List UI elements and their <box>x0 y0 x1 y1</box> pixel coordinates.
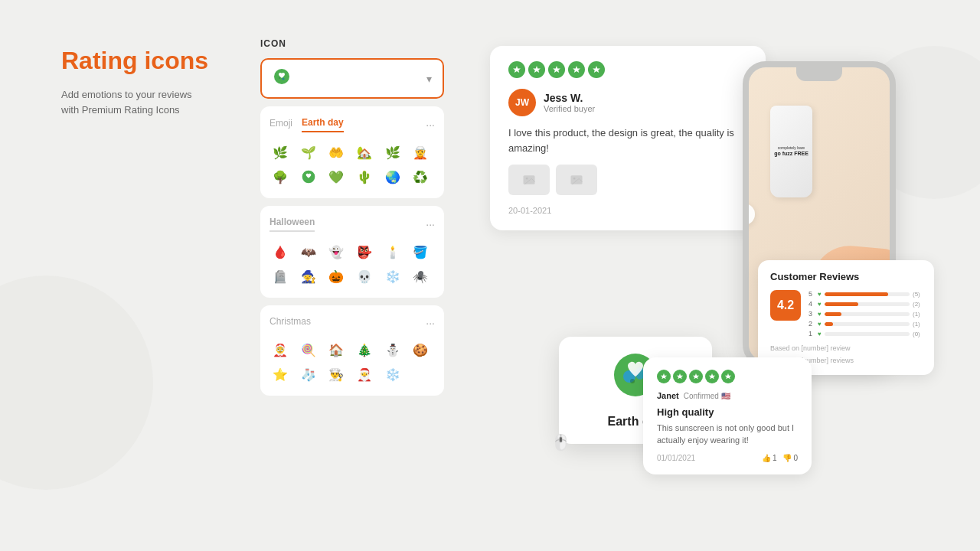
emoji-4[interactable]: 🏡 <box>354 142 375 163</box>
halloween-section: Halloween ··· 🩸 🦇 👻 👺 🕯️ 🪣 🪦 🧙 🎃 💀 ❄️ 🕷️ <box>260 206 444 298</box>
janet-name: Janet <box>657 391 679 400</box>
cr-count-3: (1) <box>913 311 922 318</box>
xmas-2[interactable]: 🍭 <box>298 339 319 360</box>
page-subtitle: Add emotions to your reviewswith Premium… <box>61 87 230 117</box>
cr-label-1: 1 <box>808 330 815 337</box>
christmas-nav: Christmas ··· <box>270 316 435 330</box>
main-review-card: JW Jess W. Verified buyer I love this pr… <box>490 46 766 230</box>
star-1 <box>508 61 525 78</box>
star-5 <box>588 61 605 78</box>
emoji-1[interactable]: 🌿 <box>270 142 291 163</box>
halloween-1[interactable]: 🩸 <box>270 241 291 262</box>
tab-more-icon[interactable]: ··· <box>426 119 435 131</box>
cr-fill-4 <box>825 302 859 306</box>
tab-nav: Emoji Earth day ··· <box>270 117 435 132</box>
review-date: 20-01-2021 <box>508 206 747 215</box>
svg-point-1 <box>279 77 280 79</box>
halloween-5[interactable]: 🕯️ <box>382 241 403 262</box>
halloween-3[interactable]: 👻 <box>325 241 347 262</box>
selected-icon <box>273 67 291 90</box>
reviewer-name: Jess W. <box>544 92 595 104</box>
svg-point-11 <box>630 379 635 383</box>
emoji-9[interactable]: 💚 <box>325 166 347 187</box>
cr-fill-5 <box>825 292 888 296</box>
cr-bar-3: 3 ♥ (1) <box>808 310 922 318</box>
right-panel: JW Jess W. Verified buyer I love this pr… <box>475 46 934 490</box>
halloween-8[interactable]: 🧙 <box>298 266 319 287</box>
christmas-emoji-grid: 🤶 🍭 🏠 🎄 ⛄ 🍪 ⭐ 🧦 👨‍🍳 🎅 ❄️ <box>270 339 435 385</box>
xmas-1[interactable]: 🤶 <box>270 339 291 360</box>
janet-star-4 <box>705 370 719 383</box>
cr-footer1: Based on [number] review <box>770 344 922 352</box>
christmas-section: Christmas ··· 🤶 🍭 🏠 🎄 ⛄ 🍪 ⭐ 🧦 👨‍🍳 🎅 ❄️ <box>260 305 444 396</box>
review-thumb-1[interactable] <box>508 165 550 195</box>
xmas-10[interactable]: 🎅 <box>354 364 375 385</box>
cr-label-4: 4 <box>808 300 815 308</box>
cr-icon-5: ♥ <box>818 291 822 298</box>
page-title: Rating icons <box>61 46 230 75</box>
cr-count-5: (5) <box>913 291 922 298</box>
halloween-6[interactable]: 🪣 <box>410 241 431 262</box>
halloween-7[interactable]: 🪦 <box>270 266 291 287</box>
cr-icon-4: ♥ <box>818 301 822 308</box>
cr-icon-3: ♥ <box>818 311 822 318</box>
cr-icon-2: ♥ <box>818 321 822 328</box>
halloween-nav: Halloween ··· <box>270 217 435 232</box>
janet-stars <box>657 370 798 383</box>
halloween-more-icon[interactable]: ··· <box>426 218 435 230</box>
halloween-emoji-grid: 🩸 🦇 👻 👺 🕯️ 🪣 🪦 🧙 🎃 💀 ❄️ 🕷️ <box>270 241 435 287</box>
emoji-11[interactable]: 🌏 <box>382 166 403 187</box>
cr-track-4 <box>825 302 910 306</box>
halloween-label: Halloween <box>270 217 315 232</box>
upvote-button[interactable]: 👍 1 <box>762 454 777 462</box>
xmas-4[interactable]: 🎄 <box>354 339 375 360</box>
halloween-12[interactable]: 🕷️ <box>410 266 431 287</box>
emoji-3[interactable]: 🤲 <box>325 142 347 163</box>
cr-bar-5: 5 ♥ (5) <box>808 290 922 298</box>
downvote-button[interactable]: 👎 0 <box>782 454 798 462</box>
cr-track-1 <box>825 332 910 336</box>
janet-badge: Confirmed 🇺🇸 <box>684 392 730 400</box>
review-thumb-2[interactable] <box>556 165 597 195</box>
xmas-6[interactable]: 🍪 <box>410 339 431 360</box>
tab-earth-day[interactable]: Earth day <box>302 117 344 132</box>
cr-bar-4: 4 ♥ (2) <box>808 300 922 308</box>
cr-count-2: (1) <box>913 321 922 328</box>
cr-track-5 <box>825 292 910 296</box>
tab-emoji[interactable]: Emoji <box>270 118 292 132</box>
cr-fill-3 <box>825 312 841 316</box>
janet-footer: 01/01/2021 👍 1 👎 0 <box>657 454 798 462</box>
cursor-icon: 🖱️ <box>551 433 570 452</box>
emoji-5[interactable]: 🌿 <box>382 142 403 163</box>
halloween-9[interactable]: 🎃 <box>325 266 347 287</box>
earth-day-section: Emoji Earth day ··· 🌿 🌱 🤲 🏡 🌿 🧝 🌳 💚 🌵 🌏 … <box>260 106 444 198</box>
emoji-8[interactable] <box>298 166 319 187</box>
product-tube: completely bare go fuzz FREE <box>770 106 812 197</box>
emoji-12[interactable]: ♻️ <box>410 166 431 187</box>
section-label: ICON <box>260 38 444 49</box>
emoji-2[interactable]: 🌱 <box>298 142 319 163</box>
reviewer-avatar: JW <box>508 89 536 116</box>
cr-track-2 <box>825 322 910 326</box>
emoji-6[interactable]: 🧝 <box>410 142 431 163</box>
halloween-2[interactable]: 🦇 <box>298 241 319 262</box>
xmas-3[interactable]: 🏠 <box>325 339 347 360</box>
star-4 <box>568 61 585 78</box>
xmas-8[interactable]: 🧦 <box>298 364 319 385</box>
janet-star-1 <box>657 370 671 383</box>
cr-icon-1: ♥ <box>818 331 822 337</box>
xmas-5[interactable]: ⛄ <box>382 339 403 360</box>
christmas-more-icon[interactable]: ··· <box>426 317 435 329</box>
phone-notch <box>796 67 842 81</box>
janet-review-card: Janet Confirmed 🇺🇸 High quality This sun… <box>643 357 812 474</box>
xmas-9[interactable]: 👨‍🍳 <box>325 364 347 385</box>
emoji-10[interactable]: 🌵 <box>354 166 375 187</box>
xmas-7[interactable]: ⭐ <box>270 364 291 385</box>
janet-star-2 <box>673 370 687 383</box>
xmas-11[interactable]: ❄️ <box>382 364 403 385</box>
halloween-11[interactable]: ❄️ <box>382 266 403 287</box>
emoji-7[interactable]: 🌳 <box>270 166 291 187</box>
icon-dropdown[interactable]: ▾ <box>260 58 444 99</box>
halloween-4[interactable]: 👺 <box>354 241 375 262</box>
halloween-10[interactable]: 💀 <box>354 266 375 287</box>
